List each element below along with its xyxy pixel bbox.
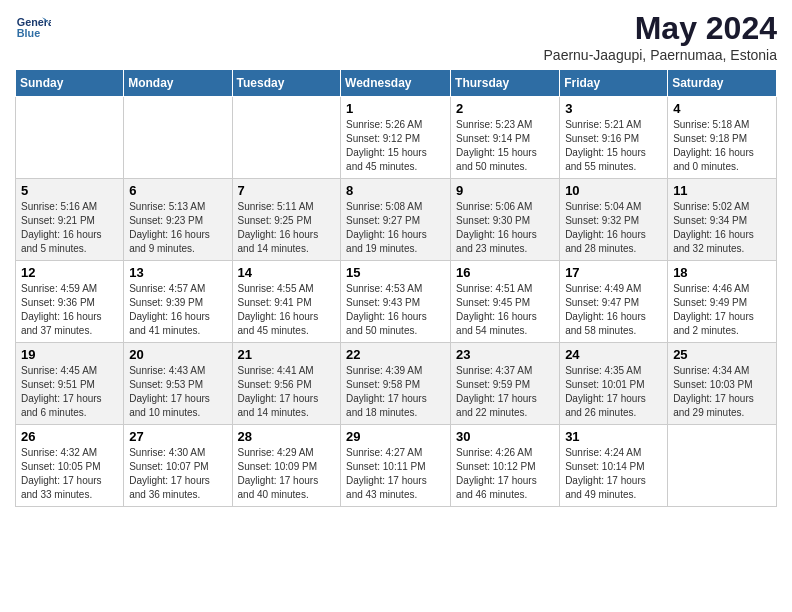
title-block: May 2024 Paernu-Jaagupi, Paernumaa, Esto… — [544, 10, 777, 63]
day-info: Sunrise: 4:45 AMSunset: 9:51 PMDaylight:… — [21, 364, 118, 420]
calendar-cell: 30Sunrise: 4:26 AMSunset: 10:12 PMDaylig… — [451, 425, 560, 507]
calendar-cell — [16, 97, 124, 179]
day-number: 1 — [346, 101, 445, 116]
calendar-cell: 16Sunrise: 4:51 AMSunset: 9:45 PMDayligh… — [451, 261, 560, 343]
day-number: 26 — [21, 429, 118, 444]
day-header-saturday: Saturday — [668, 70, 777, 97]
calendar-cell: 6Sunrise: 5:13 AMSunset: 9:23 PMDaylight… — [124, 179, 232, 261]
calendar-cell: 1Sunrise: 5:26 AMSunset: 9:12 PMDaylight… — [341, 97, 451, 179]
day-number: 3 — [565, 101, 662, 116]
day-number: 19 — [21, 347, 118, 362]
day-header-tuesday: Tuesday — [232, 70, 341, 97]
day-info: Sunrise: 4:24 AMSunset: 10:14 PMDaylight… — [565, 446, 662, 502]
calendar-cell: 2Sunrise: 5:23 AMSunset: 9:14 PMDaylight… — [451, 97, 560, 179]
day-info: Sunrise: 4:26 AMSunset: 10:12 PMDaylight… — [456, 446, 554, 502]
day-info: Sunrise: 4:39 AMSunset: 9:58 PMDaylight:… — [346, 364, 445, 420]
day-info: Sunrise: 5:08 AMSunset: 9:27 PMDaylight:… — [346, 200, 445, 256]
calendar-cell: 26Sunrise: 4:32 AMSunset: 10:05 PMDaylig… — [16, 425, 124, 507]
day-info: Sunrise: 5:02 AMSunset: 9:34 PMDaylight:… — [673, 200, 771, 256]
day-number: 12 — [21, 265, 118, 280]
svg-text:Blue: Blue — [17, 27, 40, 39]
calendar-body: 1Sunrise: 5:26 AMSunset: 9:12 PMDaylight… — [16, 97, 777, 507]
calendar-cell: 20Sunrise: 4:43 AMSunset: 9:53 PMDayligh… — [124, 343, 232, 425]
day-header-friday: Friday — [560, 70, 668, 97]
day-number: 23 — [456, 347, 554, 362]
day-info: Sunrise: 5:21 AMSunset: 9:16 PMDaylight:… — [565, 118, 662, 174]
calendar-cell: 23Sunrise: 4:37 AMSunset: 9:59 PMDayligh… — [451, 343, 560, 425]
calendar-week-4: 19Sunrise: 4:45 AMSunset: 9:51 PMDayligh… — [16, 343, 777, 425]
calendar-cell: 31Sunrise: 4:24 AMSunset: 10:14 PMDaylig… — [560, 425, 668, 507]
day-number: 16 — [456, 265, 554, 280]
calendar-cell: 15Sunrise: 4:53 AMSunset: 9:43 PMDayligh… — [341, 261, 451, 343]
calendar-cell: 10Sunrise: 5:04 AMSunset: 9:32 PMDayligh… — [560, 179, 668, 261]
day-header-thursday: Thursday — [451, 70, 560, 97]
calendar-cell: 11Sunrise: 5:02 AMSunset: 9:34 PMDayligh… — [668, 179, 777, 261]
calendar-week-1: 1Sunrise: 5:26 AMSunset: 9:12 PMDaylight… — [16, 97, 777, 179]
day-number: 21 — [238, 347, 336, 362]
day-info: Sunrise: 4:57 AMSunset: 9:39 PMDaylight:… — [129, 282, 226, 338]
calendar-cell: 13Sunrise: 4:57 AMSunset: 9:39 PMDayligh… — [124, 261, 232, 343]
calendar-week-3: 12Sunrise: 4:59 AMSunset: 9:36 PMDayligh… — [16, 261, 777, 343]
calendar-cell: 8Sunrise: 5:08 AMSunset: 9:27 PMDaylight… — [341, 179, 451, 261]
calendar-cell: 25Sunrise: 4:34 AMSunset: 10:03 PMDaylig… — [668, 343, 777, 425]
calendar-cell: 17Sunrise: 4:49 AMSunset: 9:47 PMDayligh… — [560, 261, 668, 343]
day-number: 24 — [565, 347, 662, 362]
day-number: 18 — [673, 265, 771, 280]
day-info: Sunrise: 4:30 AMSunset: 10:07 PMDaylight… — [129, 446, 226, 502]
calendar-cell — [124, 97, 232, 179]
calendar-cell: 5Sunrise: 5:16 AMSunset: 9:21 PMDaylight… — [16, 179, 124, 261]
calendar-cell: 27Sunrise: 4:30 AMSunset: 10:07 PMDaylig… — [124, 425, 232, 507]
calendar-cell: 12Sunrise: 4:59 AMSunset: 9:36 PMDayligh… — [16, 261, 124, 343]
day-number: 29 — [346, 429, 445, 444]
day-number: 27 — [129, 429, 226, 444]
header: General Blue May 2024 Paernu-Jaagupi, Pa… — [15, 10, 777, 63]
calendar-cell: 9Sunrise: 5:06 AMSunset: 9:30 PMDaylight… — [451, 179, 560, 261]
day-info: Sunrise: 4:49 AMSunset: 9:47 PMDaylight:… — [565, 282, 662, 338]
day-number: 5 — [21, 183, 118, 198]
day-info: Sunrise: 4:27 AMSunset: 10:11 PMDaylight… — [346, 446, 445, 502]
calendar-week-5: 26Sunrise: 4:32 AMSunset: 10:05 PMDaylig… — [16, 425, 777, 507]
day-number: 8 — [346, 183, 445, 198]
day-info: Sunrise: 4:43 AMSunset: 9:53 PMDaylight:… — [129, 364, 226, 420]
day-info: Sunrise: 4:32 AMSunset: 10:05 PMDaylight… — [21, 446, 118, 502]
calendar-cell: 24Sunrise: 4:35 AMSunset: 10:01 PMDaylig… — [560, 343, 668, 425]
day-info: Sunrise: 5:11 AMSunset: 9:25 PMDaylight:… — [238, 200, 336, 256]
day-number: 28 — [238, 429, 336, 444]
calendar-cell — [232, 97, 341, 179]
day-header-wednesday: Wednesday — [341, 70, 451, 97]
day-info: Sunrise: 4:29 AMSunset: 10:09 PMDaylight… — [238, 446, 336, 502]
day-header-sunday: Sunday — [16, 70, 124, 97]
calendar-table: SundayMondayTuesdayWednesdayThursdayFrid… — [15, 69, 777, 507]
day-info: Sunrise: 5:18 AMSunset: 9:18 PMDaylight:… — [673, 118, 771, 174]
day-info: Sunrise: 5:04 AMSunset: 9:32 PMDaylight:… — [565, 200, 662, 256]
day-info: Sunrise: 4:35 AMSunset: 10:01 PMDaylight… — [565, 364, 662, 420]
day-number: 15 — [346, 265, 445, 280]
calendar-cell: 18Sunrise: 4:46 AMSunset: 9:49 PMDayligh… — [668, 261, 777, 343]
day-info: Sunrise: 4:59 AMSunset: 9:36 PMDaylight:… — [21, 282, 118, 338]
day-info: Sunrise: 4:41 AMSunset: 9:56 PMDaylight:… — [238, 364, 336, 420]
day-number: 22 — [346, 347, 445, 362]
day-number: 25 — [673, 347, 771, 362]
calendar-cell: 29Sunrise: 4:27 AMSunset: 10:11 PMDaylig… — [341, 425, 451, 507]
calendar-cell: 19Sunrise: 4:45 AMSunset: 9:51 PMDayligh… — [16, 343, 124, 425]
calendar-cell — [668, 425, 777, 507]
logo-icon: General Blue — [15, 10, 51, 46]
day-info: Sunrise: 5:13 AMSunset: 9:23 PMDaylight:… — [129, 200, 226, 256]
calendar-cell: 14Sunrise: 4:55 AMSunset: 9:41 PMDayligh… — [232, 261, 341, 343]
day-number: 9 — [456, 183, 554, 198]
calendar-week-2: 5Sunrise: 5:16 AMSunset: 9:21 PMDaylight… — [16, 179, 777, 261]
main-title: May 2024 — [544, 10, 777, 47]
day-info: Sunrise: 4:51 AMSunset: 9:45 PMDaylight:… — [456, 282, 554, 338]
day-info: Sunrise: 5:16 AMSunset: 9:21 PMDaylight:… — [21, 200, 118, 256]
day-info: Sunrise: 5:23 AMSunset: 9:14 PMDaylight:… — [456, 118, 554, 174]
day-number: 4 — [673, 101, 771, 116]
day-number: 2 — [456, 101, 554, 116]
day-number: 31 — [565, 429, 662, 444]
day-number: 30 — [456, 429, 554, 444]
logo: General Blue — [15, 10, 51, 46]
day-header-monday: Monday — [124, 70, 232, 97]
day-info: Sunrise: 5:26 AMSunset: 9:12 PMDaylight:… — [346, 118, 445, 174]
day-number: 7 — [238, 183, 336, 198]
subtitle: Paernu-Jaagupi, Paernumaa, Estonia — [544, 47, 777, 63]
calendar-cell: 22Sunrise: 4:39 AMSunset: 9:58 PMDayligh… — [341, 343, 451, 425]
